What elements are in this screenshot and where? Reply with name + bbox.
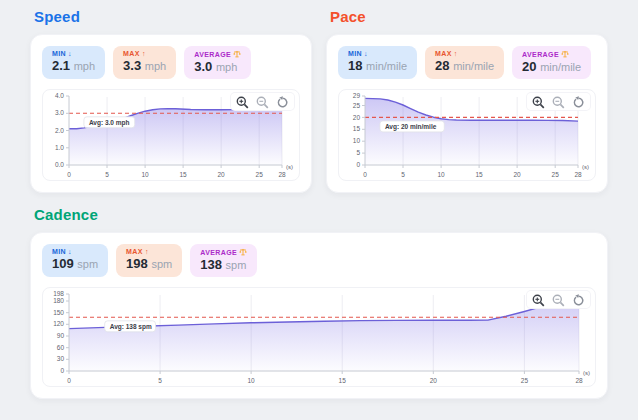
svg-text:15: 15 [339, 377, 347, 384]
svg-text:20: 20 [430, 377, 438, 384]
zoom-out-button[interactable] [256, 96, 269, 109]
svg-text:0.0: 0.0 [55, 161, 64, 168]
max-label: MAX [126, 248, 143, 255]
pace-section-title: Pace [330, 8, 608, 25]
svg-text:10: 10 [247, 377, 255, 384]
min-unit: min/mile [366, 60, 407, 72]
average-unit: min/mile [540, 61, 581, 73]
pace-stats-row: MIN↓ 18 min/mile MAX↑ 28 min/mile AVERAG… [338, 46, 596, 79]
arrow-up-icon: ↑ [454, 50, 458, 57]
svg-text:3.0: 3.0 [55, 109, 64, 116]
svg-text:25: 25 [353, 102, 361, 109]
svg-text:29: 29 [353, 92, 361, 99]
svg-text:10: 10 [437, 171, 445, 178]
chart-zoom-toolbar [231, 93, 294, 110]
cadence-stats-row: MIN↓ 109 spm MAX↑ 198 spm AVERAGE 138 sp… [42, 244, 596, 277]
min-label: MIN [348, 50, 362, 57]
average-value: 3.0 [194, 59, 212, 74]
speed-min-badge: MIN↓ 2.1 mph [42, 46, 105, 79]
cadence-average-badge: AVERAGE 138 spm [190, 244, 257, 277]
top-row: Speed MIN↓ 2.1 mph MAX↑ 3.3 mph AVERAGE … [30, 6, 608, 193]
zoom-out-button[interactable] [552, 294, 565, 307]
arrow-down-icon: ↓ [68, 50, 72, 57]
arrow-up-icon: ↑ [142, 50, 146, 57]
zoom-in-button[interactable] [532, 294, 545, 307]
average-value: 20 [522, 59, 536, 74]
cadence-chart-canvas[interactable]: 0306090120150180198051015202528(s)Avg: 1… [43, 288, 597, 386]
zoom-out-button[interactable] [552, 96, 565, 109]
speed-max-badge: MAX↑ 3.3 mph [113, 46, 176, 79]
min-label: MIN [52, 50, 66, 57]
max-value: 28 [435, 58, 449, 73]
speed-chart: 0.01.02.03.04.0051015202528(s)Avg: 3.0 m… [42, 89, 300, 181]
speed-section: Speed MIN↓ 2.1 mph MAX↑ 3.3 mph AVERAGE … [30, 6, 312, 193]
max-label: MAX [123, 50, 140, 57]
min-label: MIN [52, 248, 66, 255]
svg-text:15: 15 [353, 125, 361, 132]
pace-max-badge: MAX↑ 28 min/mile [425, 46, 504, 79]
svg-text:25: 25 [521, 377, 529, 384]
average-label: AVERAGE [200, 249, 237, 256]
svg-text:198: 198 [53, 290, 64, 297]
average-value: 138 [200, 257, 222, 272]
pace-average-badge: AVERAGE 20 min/mile [512, 46, 591, 79]
max-value: 3.3 [123, 58, 141, 73]
pace-chart: 051015202529051015202528(s)Avg: 20 min/m… [338, 89, 596, 181]
speed-section-title: Speed [34, 8, 312, 25]
arrow-down-icon: ↓ [68, 248, 72, 255]
svg-text:5: 5 [105, 171, 109, 178]
svg-text:5: 5 [356, 149, 360, 156]
min-value: 2.1 [52, 58, 70, 73]
svg-text:15: 15 [475, 171, 483, 178]
balance-scale-icon [561, 50, 569, 58]
reset-zoom-button[interactable] [276, 96, 289, 109]
svg-text:(s): (s) [582, 164, 589, 170]
svg-text:Avg: 3.0 mph: Avg: 3.0 mph [89, 119, 130, 127]
svg-text:30: 30 [57, 355, 65, 362]
svg-text:60: 60 [57, 344, 65, 351]
max-label: MAX [435, 50, 452, 57]
zoom-in-button[interactable] [532, 96, 545, 109]
svg-text:2.0: 2.0 [55, 127, 64, 134]
balance-scale-icon [239, 248, 247, 256]
svg-text:0: 0 [60, 367, 64, 374]
average-label: AVERAGE [194, 51, 231, 58]
svg-text:0: 0 [363, 171, 367, 178]
max-value: 198 [126, 256, 148, 271]
svg-text:120: 120 [53, 320, 64, 327]
svg-text:15: 15 [179, 171, 187, 178]
svg-text:(s): (s) [286, 164, 293, 170]
cadence-section-title: Cadence [34, 206, 608, 223]
arrow-up-icon: ↑ [145, 248, 149, 255]
cadence-min-badge: MIN↓ 109 spm [42, 244, 108, 277]
cadence-section: Cadence MIN↓ 109 spm MAX↑ 198 spm AVERAG… [30, 206, 608, 399]
reset-zoom-button[interactable] [572, 294, 585, 307]
pace-min-badge: MIN↓ 18 min/mile [338, 46, 417, 79]
average-unit: mph [216, 61, 237, 73]
svg-text:5: 5 [158, 377, 162, 384]
pace-section: Pace MIN↓ 18 min/mile MAX↑ 28 min/mile A… [326, 6, 608, 193]
reset-zoom-button[interactable] [572, 96, 585, 109]
svg-text:20: 20 [353, 114, 361, 121]
svg-text:(s): (s) [583, 370, 590, 376]
speed-stats-row: MIN↓ 2.1 mph MAX↑ 3.3 mph AVERAGE 3.0 mp… [42, 46, 300, 79]
svg-text:28: 28 [574, 171, 582, 178]
zoom-in-button[interactable] [236, 96, 249, 109]
svg-text:10: 10 [353, 137, 361, 144]
svg-text:4.0: 4.0 [55, 92, 64, 99]
svg-text:180: 180 [53, 297, 64, 304]
svg-text:25: 25 [256, 171, 264, 178]
average-unit: spm [226, 259, 247, 271]
chart-zoom-toolbar [527, 93, 590, 110]
min-value: 109 [52, 256, 74, 271]
svg-text:5: 5 [401, 171, 405, 178]
svg-text:10: 10 [141, 171, 149, 178]
svg-text:25: 25 [552, 171, 560, 178]
min-unit: spm [77, 258, 98, 270]
svg-text:28: 28 [575, 377, 583, 384]
cadence-panel: MIN↓ 109 spm MAX↑ 198 spm AVERAGE 138 sp… [30, 232, 608, 399]
max-unit: min/mile [453, 60, 494, 72]
svg-text:20: 20 [513, 171, 521, 178]
svg-text:90: 90 [57, 332, 65, 339]
cadence-max-badge: MAX↑ 198 spm [116, 244, 182, 277]
